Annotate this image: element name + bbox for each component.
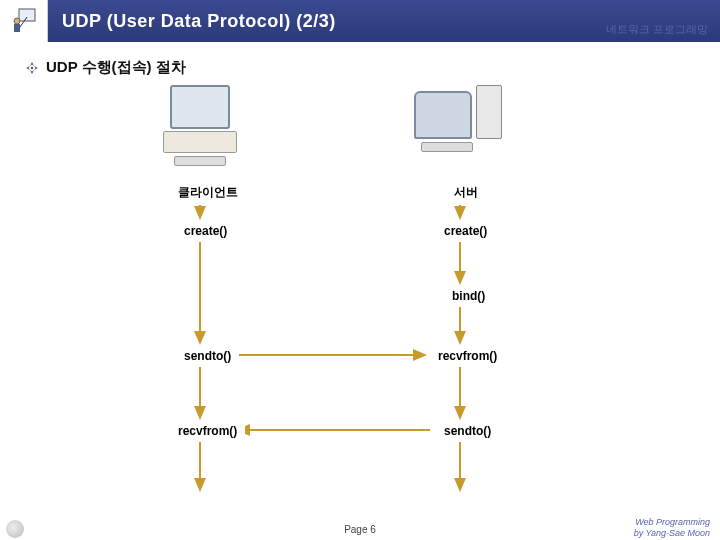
client-step-sendto: sendto() [176,345,239,367]
server-step-sendto: sendto() [436,420,499,442]
server-step-bind: bind() [444,285,493,307]
section-heading: UDP 수행(접속) 절차 [24,58,186,77]
page-number-text: Page 6 [344,524,376,535]
client-step-recvfrom: recvfrom() [170,420,245,442]
footer-credit-line2: by Yang-Sae Moon [634,528,710,538]
footer-credit-line1: Web Programming [634,517,710,527]
bullet-icon [24,60,40,76]
flow-arrows [0,80,720,510]
server-column-label: 서버 [446,180,486,205]
presenter-icon [9,7,39,35]
section-heading-text: UDP 수행(접속) 절차 [46,58,186,77]
svg-point-4 [31,66,33,68]
client-computer-icon [140,85,260,166]
client-step-create: create() [176,220,235,242]
udp-flow-diagram: 클라이언트 서버 create() sendto() recvfrom() cr… [0,80,720,510]
page-title: UDP (User Data Protocol) (2/3) [48,11,336,32]
client-column-label: 클라이언트 [170,180,246,205]
page-number: Page 6 [0,518,720,540]
server-computer-icon [398,85,518,152]
svg-point-1 [14,18,20,24]
server-step-create: create() [436,220,495,242]
server-step-recvfrom: recvfrom() [430,345,505,367]
title-icon [0,0,48,42]
footer-credit: Web Programming by Yang-Sae Moon [634,517,710,538]
svg-rect-0 [19,9,35,21]
svg-rect-2 [14,24,20,32]
page-subtitle: 네트워크 프로그래밍 [606,22,708,37]
